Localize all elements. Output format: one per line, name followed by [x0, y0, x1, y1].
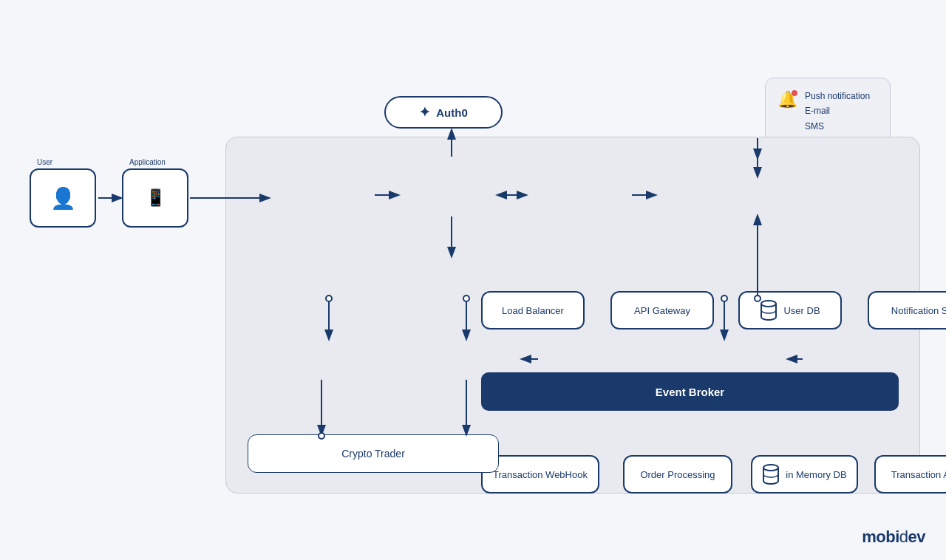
mobidev-text: mobidev [862, 527, 925, 546]
in-memory-db-icon [762, 464, 780, 485]
diagram-area: 🔔 Push notification E-mail SMS ✦ Auth0 E… [15, 22, 931, 516]
svg-point-0 [761, 301, 776, 307]
mobidev-logo: mobidev [862, 527, 925, 547]
application-box: Application 📱 [122, 168, 188, 228]
user-label: User [37, 158, 52, 166]
notification-info-box: 🔔 Push notification E-mail SMS [765, 78, 891, 145]
load-balancer-label: Load Balancer [502, 305, 564, 316]
person-icon: 👤 [50, 186, 76, 211]
user-db-label: User DB [783, 305, 820, 316]
crypto-trader-label: Crypto Trader [341, 448, 405, 460]
in-memory-db-box: in Memory DB [751, 455, 858, 494]
bell-icon: 🔔 [777, 90, 797, 109]
api-gateway-box: API Gateway [610, 291, 714, 329]
user-db-icon [760, 300, 777, 321]
application-label: Application [129, 158, 166, 166]
user-db-box: User DB [738, 291, 842, 329]
transaction-webhook-label: Transaction WebHook [493, 469, 588, 480]
notification-info-text: Push notification E-mail SMS [805, 89, 870, 134]
load-balancer-box: Load Balancer [481, 291, 585, 329]
phone-icon: 📱 [146, 188, 166, 208]
in-memory-db-label: in Memory DB [786, 469, 846, 480]
notification-service-label: Notification Service [891, 305, 946, 316]
transaction-analytics-box: Transaction Analytics [874, 455, 946, 494]
svg-point-1 [763, 465, 778, 471]
auth0-label: Auth0 [436, 106, 468, 119]
api-gateway-label: API Gateway [634, 305, 690, 316]
auth0-box: ✦ Auth0 [384, 96, 503, 129]
auth0-star-icon: ✦ [419, 104, 430, 120]
transaction-analytics-label: Transaction Analytics [891, 469, 946, 480]
event-broker-box: Event Broker [481, 372, 899, 411]
crypto-trader-box: Crypto Trader [248, 434, 499, 473]
transaction-webhook-box: Transaction WebHook [481, 455, 599, 494]
order-processing-box: Order Processing [623, 455, 732, 494]
user-box: User 👤 [30, 168, 96, 228]
notification-service-box: Notification Service [868, 291, 946, 329]
order-processing-label: Order Processing [640, 469, 715, 480]
event-broker-label: Event Broker [656, 386, 724, 398]
